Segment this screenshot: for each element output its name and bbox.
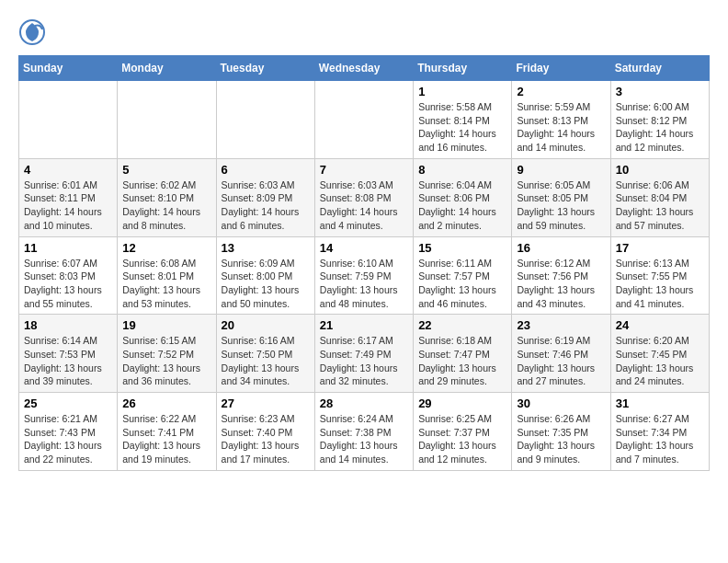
day-number: 30 bbox=[517, 396, 605, 410]
day-info: Sunrise: 6:17 AM Sunset: 7:49 PM Dayligh… bbox=[320, 334, 408, 388]
day-info: Sunrise: 6:08 AM Sunset: 8:01 PM Dayligh… bbox=[122, 257, 210, 311]
calendar-table: SundayMondayTuesdayWednesdayThursdayFrid… bbox=[18, 55, 710, 471]
day-number: 28 bbox=[320, 396, 408, 410]
week-row-2: 11Sunrise: 6:07 AM Sunset: 8:03 PM Dayli… bbox=[19, 236, 710, 315]
day-info: Sunrise: 6:10 AM Sunset: 7:59 PM Dayligh… bbox=[320, 257, 408, 311]
calendar-cell: 10Sunrise: 6:06 AM Sunset: 8:04 PM Dayli… bbox=[610, 158, 709, 236]
day-number: 29 bbox=[418, 396, 506, 410]
calendar-cell: 20Sunrise: 6:16 AM Sunset: 7:50 PM Dayli… bbox=[216, 315, 314, 393]
day-number: 23 bbox=[517, 318, 605, 332]
day-number: 8 bbox=[418, 163, 506, 177]
day-info: Sunrise: 6:16 AM Sunset: 7:50 PM Dayligh… bbox=[222, 334, 310, 388]
day-number: 18 bbox=[24, 318, 112, 332]
day-number: 17 bbox=[616, 241, 704, 255]
day-number: 14 bbox=[320, 241, 408, 255]
calendar-cell: 23Sunrise: 6:19 AM Sunset: 7:46 PM Dayli… bbox=[512, 315, 610, 393]
day-info: Sunrise: 5:59 AM Sunset: 8:13 PM Dayligh… bbox=[517, 100, 605, 155]
day-info: Sunrise: 6:11 AM Sunset: 7:57 PM Dayligh… bbox=[418, 257, 506, 311]
header bbox=[18, 18, 710, 46]
day-number: 16 bbox=[517, 241, 605, 255]
calendar-cell bbox=[118, 81, 216, 159]
day-info: Sunrise: 6:04 AM Sunset: 8:06 PM Dayligh… bbox=[418, 178, 506, 233]
day-info: Sunrise: 6:14 AM Sunset: 7:53 PM Dayligh… bbox=[24, 334, 112, 388]
day-info: Sunrise: 6:13 AM Sunset: 7:55 PM Dayligh… bbox=[616, 257, 704, 311]
day-number: 21 bbox=[320, 318, 408, 332]
day-info: Sunrise: 6:26 AM Sunset: 7:35 PM Dayligh… bbox=[517, 412, 605, 466]
header-sunday: Sunday bbox=[19, 56, 118, 81]
day-info: Sunrise: 6:20 AM Sunset: 7:45 PM Dayligh… bbox=[616, 334, 704, 388]
calendar-cell: 7Sunrise: 6:03 AM Sunset: 8:08 PM Daylig… bbox=[314, 158, 413, 236]
day-info: Sunrise: 6:27 AM Sunset: 7:34 PM Dayligh… bbox=[616, 412, 704, 466]
calendar-cell: 8Sunrise: 6:04 AM Sunset: 8:06 PM Daylig… bbox=[414, 158, 512, 236]
calendar-cell: 28Sunrise: 6:24 AM Sunset: 7:38 PM Dayli… bbox=[314, 393, 413, 471]
calendar-cell: 27Sunrise: 6:23 AM Sunset: 7:40 PM Dayli… bbox=[216, 393, 314, 471]
day-number: 13 bbox=[222, 241, 310, 255]
header-saturday: Saturday bbox=[610, 56, 709, 81]
day-number: 15 bbox=[418, 241, 506, 255]
calendar-cell bbox=[314, 81, 413, 159]
day-info: Sunrise: 6:19 AM Sunset: 7:46 PM Dayligh… bbox=[517, 334, 605, 388]
day-number: 1 bbox=[418, 85, 506, 98]
calendar-cell: 6Sunrise: 6:03 AM Sunset: 8:09 PM Daylig… bbox=[216, 158, 314, 236]
day-number: 4 bbox=[24, 163, 112, 177]
day-number: 25 bbox=[24, 396, 112, 410]
logo bbox=[18, 18, 50, 46]
calendar-cell: 18Sunrise: 6:14 AM Sunset: 7:53 PM Dayli… bbox=[19, 315, 118, 393]
day-info: Sunrise: 6:22 AM Sunset: 7:41 PM Dayligh… bbox=[122, 412, 210, 466]
calendar-cell: 13Sunrise: 6:09 AM Sunset: 8:00 PM Dayli… bbox=[216, 236, 314, 315]
day-info: Sunrise: 6:15 AM Sunset: 7:52 PM Dayligh… bbox=[122, 334, 210, 388]
header-friday: Friday bbox=[512, 56, 610, 81]
logo-icon bbox=[18, 18, 46, 46]
calendar-cell bbox=[19, 81, 118, 159]
day-number: 27 bbox=[222, 396, 310, 410]
day-info: Sunrise: 6:07 AM Sunset: 8:03 PM Dayligh… bbox=[24, 257, 112, 311]
calendar-cell: 21Sunrise: 6:17 AM Sunset: 7:49 PM Dayli… bbox=[314, 315, 413, 393]
day-number: 2 bbox=[517, 85, 605, 98]
calendar-cell: 2Sunrise: 5:59 AM Sunset: 8:13 PM Daylig… bbox=[512, 81, 610, 159]
calendar-cell: 14Sunrise: 6:10 AM Sunset: 7:59 PM Dayli… bbox=[314, 236, 413, 315]
calendar-header: SundayMondayTuesdayWednesdayThursdayFrid… bbox=[19, 56, 710, 81]
week-row-4: 25Sunrise: 6:21 AM Sunset: 7:43 PM Dayli… bbox=[19, 393, 710, 471]
day-info: Sunrise: 6:09 AM Sunset: 8:00 PM Dayligh… bbox=[222, 257, 310, 311]
calendar-cell: 22Sunrise: 6:18 AM Sunset: 7:47 PM Dayli… bbox=[414, 315, 512, 393]
day-info: Sunrise: 6:25 AM Sunset: 7:37 PM Dayligh… bbox=[418, 412, 506, 466]
day-info: Sunrise: 6:12 AM Sunset: 7:56 PM Dayligh… bbox=[517, 257, 605, 311]
day-number: 7 bbox=[320, 163, 408, 177]
header-row: SundayMondayTuesdayWednesdayThursdayFrid… bbox=[19, 56, 710, 81]
day-info: Sunrise: 6:21 AM Sunset: 7:43 PM Dayligh… bbox=[24, 412, 112, 466]
calendar-cell: 15Sunrise: 6:11 AM Sunset: 7:57 PM Dayli… bbox=[414, 236, 512, 315]
day-number: 26 bbox=[122, 396, 210, 410]
day-number: 24 bbox=[616, 318, 704, 332]
week-row-3: 18Sunrise: 6:14 AM Sunset: 7:53 PM Dayli… bbox=[19, 315, 710, 393]
day-info: Sunrise: 6:03 AM Sunset: 8:09 PM Dayligh… bbox=[222, 178, 310, 233]
header-wednesday: Wednesday bbox=[314, 56, 413, 81]
calendar-cell: 9Sunrise: 6:05 AM Sunset: 8:05 PM Daylig… bbox=[512, 158, 610, 236]
day-number: 9 bbox=[517, 163, 605, 177]
week-row-0: 1Sunrise: 5:58 AM Sunset: 8:14 PM Daylig… bbox=[19, 81, 710, 159]
calendar-cell: 19Sunrise: 6:15 AM Sunset: 7:52 PM Dayli… bbox=[118, 315, 216, 393]
header-monday: Monday bbox=[118, 56, 216, 81]
day-number: 22 bbox=[418, 318, 506, 332]
day-info: Sunrise: 6:05 AM Sunset: 8:05 PM Dayligh… bbox=[517, 178, 605, 233]
calendar-cell: 12Sunrise: 6:08 AM Sunset: 8:01 PM Dayli… bbox=[118, 236, 216, 315]
day-info: Sunrise: 5:58 AM Sunset: 8:14 PM Dayligh… bbox=[418, 100, 506, 155]
day-info: Sunrise: 6:02 AM Sunset: 8:10 PM Dayligh… bbox=[122, 178, 210, 233]
calendar-body: 1Sunrise: 5:58 AM Sunset: 8:14 PM Daylig… bbox=[19, 81, 710, 471]
day-number: 3 bbox=[616, 85, 704, 98]
calendar-cell: 3Sunrise: 6:00 AM Sunset: 8:12 PM Daylig… bbox=[610, 81, 709, 159]
day-number: 10 bbox=[616, 163, 704, 177]
calendar-cell: 1Sunrise: 5:58 AM Sunset: 8:14 PM Daylig… bbox=[414, 81, 512, 159]
day-info: Sunrise: 6:18 AM Sunset: 7:47 PM Dayligh… bbox=[418, 334, 506, 388]
day-info: Sunrise: 6:01 AM Sunset: 8:11 PM Dayligh… bbox=[24, 178, 112, 233]
day-info: Sunrise: 6:24 AM Sunset: 7:38 PM Dayligh… bbox=[320, 412, 408, 466]
day-number: 19 bbox=[122, 318, 210, 332]
calendar-cell: 4Sunrise: 6:01 AM Sunset: 8:11 PM Daylig… bbox=[19, 158, 118, 236]
day-number: 6 bbox=[222, 163, 310, 177]
calendar-cell: 25Sunrise: 6:21 AM Sunset: 7:43 PM Dayli… bbox=[19, 393, 118, 471]
calendar-cell: 26Sunrise: 6:22 AM Sunset: 7:41 PM Dayli… bbox=[118, 393, 216, 471]
header-tuesday: Tuesday bbox=[216, 56, 314, 81]
day-info: Sunrise: 6:00 AM Sunset: 8:12 PM Dayligh… bbox=[616, 100, 704, 155]
calendar-cell: 17Sunrise: 6:13 AM Sunset: 7:55 PM Dayli… bbox=[610, 236, 709, 315]
calendar-cell: 11Sunrise: 6:07 AM Sunset: 8:03 PM Dayli… bbox=[19, 236, 118, 315]
calendar-cell: 24Sunrise: 6:20 AM Sunset: 7:45 PM Dayli… bbox=[610, 315, 709, 393]
